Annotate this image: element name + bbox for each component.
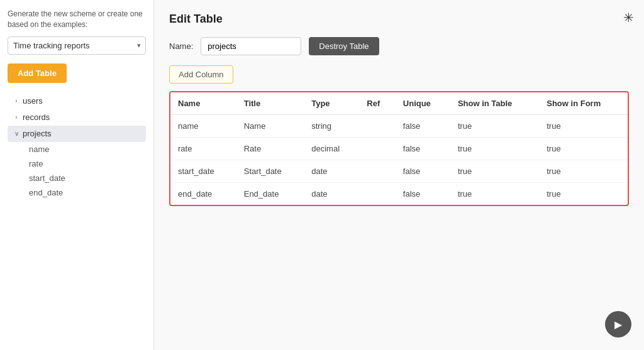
table-cell: Start_date <box>236 160 304 183</box>
table-cell <box>359 160 396 183</box>
table-cell: date <box>304 183 359 205</box>
table-cell: false <box>396 115 450 138</box>
table-cell: end_date <box>170 183 236 205</box>
sidebar: Generate the new scheme or create one ba… <box>0 0 154 350</box>
name-label: Name: <box>169 41 193 51</box>
page-title: Edit Table <box>169 13 629 26</box>
table-cell: true <box>539 160 628 183</box>
table-cell: true <box>450 160 539 183</box>
table-cell: true <box>539 138 628 160</box>
tree-child-rate[interactable]: rate <box>25 156 146 171</box>
table-cell: true <box>450 115 539 138</box>
tree-records-label: records <box>23 112 50 122</box>
add-table-button[interactable]: Add Table <box>8 63 67 83</box>
main-content: ✳ Edit Table Name: Destroy Table Add Col… <box>154 0 644 350</box>
name-form-row: Name: Destroy Table <box>169 37 629 55</box>
tree-projects[interactable]: ∨ projects <box>8 126 146 142</box>
table-cell: false <box>396 160 450 183</box>
destroy-table-button[interactable]: Destroy Table <box>309 37 379 55</box>
star-icon[interactable]: ✳ <box>623 10 634 25</box>
table-row: end_dateEnd_datedatefalsetruetrue <box>170 183 628 205</box>
table-cell: false <box>396 183 450 205</box>
table-cell: false <box>396 138 450 160</box>
table-cell: true <box>450 183 539 205</box>
table-cell: End_date <box>236 183 304 205</box>
table-cell <box>359 138 396 160</box>
arrow-right-icon: › <box>11 96 21 106</box>
table-row: nameNamestringfalsetruetrue <box>170 115 628 138</box>
arrow-down-icon: ∨ <box>11 129 21 139</box>
tree-users-label: users <box>23 96 43 106</box>
col-header-type: Type <box>304 92 359 115</box>
table-cell: Rate <box>236 138 304 160</box>
tree-users[interactable]: › users <box>8 93 146 109</box>
table-cell: name <box>170 115 236 138</box>
table-cell: true <box>539 183 628 205</box>
table-cell: true <box>539 115 628 138</box>
columns-table-wrapper: Name Title Type Ref Unique Show in Table… <box>169 91 629 206</box>
col-header-show-form: Show in Form <box>539 92 628 115</box>
table-cell: Name <box>236 115 304 138</box>
table-cell: decimal <box>304 138 359 160</box>
col-header-show-table: Show in Table <box>450 92 539 115</box>
schema-select[interactable]: Time tracking reports <box>8 36 146 55</box>
table-row: rateRatedecimalfalsetruetrue <box>170 138 628 160</box>
arrow-right-icon: › <box>11 112 21 123</box>
tree-child-end-date[interactable]: end_date <box>25 185 146 200</box>
col-header-ref: Ref <box>359 92 396 115</box>
schema-select-wrapper: Time tracking reports ▾ <box>8 36 146 55</box>
table-cell <box>359 183 396 205</box>
table-cell: rate <box>170 138 236 160</box>
chat-bubble-button[interactable]: ▶ <box>605 311 631 337</box>
table-cell: date <box>304 160 359 183</box>
col-header-title: Title <box>236 92 304 115</box>
col-header-unique: Unique <box>396 92 450 115</box>
tree-child-start-date[interactable]: start_date <box>25 171 146 185</box>
tree-projects-children: name rate start_date end_date <box>8 142 146 200</box>
tree-child-name[interactable]: name <box>25 142 146 156</box>
table-cell <box>359 115 396 138</box>
sidebar-hint: Generate the new scheme or create one ba… <box>8 9 146 30</box>
table-cell: true <box>450 138 539 160</box>
table-cell: start_date <box>170 160 236 183</box>
columns-table: Name Title Type Ref Unique Show in Table… <box>170 92 628 205</box>
add-column-button[interactable]: Add Column <box>169 65 233 84</box>
table-row: start_dateStart_datedatefalsetruetrue <box>170 160 628 183</box>
chat-icon: ▶ <box>614 319 622 331</box>
table-cell: string <box>304 115 359 138</box>
tree-records[interactable]: › records <box>8 109 146 126</box>
name-input[interactable] <box>201 37 301 55</box>
tree-projects-label: projects <box>23 129 52 138</box>
col-header-name: Name <box>170 92 236 115</box>
table-header-row: Name Title Type Ref Unique Show in Table… <box>170 92 628 115</box>
